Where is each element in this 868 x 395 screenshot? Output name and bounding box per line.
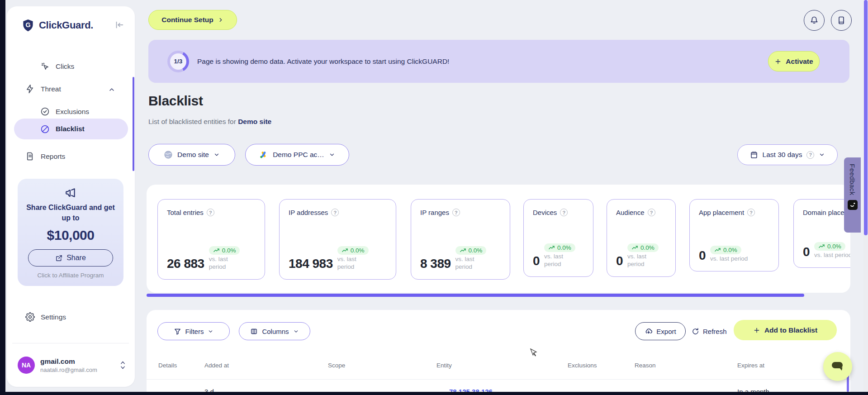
- date-range-value: Last 30 days: [763, 151, 802, 159]
- affiliate-promo-card[interactable]: Share ClickGuard and get up to $10,000 S…: [18, 179, 123, 286]
- stat-value: 0: [533, 254, 540, 268]
- chat-widget-button[interactable]: [823, 352, 852, 381]
- plus-icon: [753, 327, 760, 334]
- trending-up-icon: [631, 244, 638, 251]
- stat-card-ip-addresses: IP addresses? 184 983 0.0% vs. last peri…: [279, 199, 396, 280]
- column-header-entity: Entity: [436, 362, 452, 369]
- refresh-label: Refresh: [703, 328, 727, 335]
- stat-delta: 0.0%: [351, 247, 365, 254]
- add-to-blacklist-button[interactable]: Add to Blacklist: [734, 320, 837, 340]
- cell-expires-at: In a month: [737, 388, 769, 392]
- chevron-up-down-icon: [119, 360, 126, 370]
- account-switcher[interactable]: NA gmail.com naatali.ro@gmail.com: [18, 357, 126, 374]
- site-selector[interactable]: Demo site: [148, 144, 235, 166]
- stat-caption: vs. last period: [710, 255, 748, 263]
- shield-logo-icon: G: [21, 18, 35, 33]
- sidebar-item-exclusions[interactable]: Exclusions: [40, 107, 89, 116]
- plus-icon: [774, 58, 782, 65]
- sidebar-item-threat[interactable]: Threat: [25, 84, 61, 94]
- export-button[interactable]: Export: [635, 322, 686, 340]
- setup-progress-value: 1/3: [170, 53, 186, 70]
- help-icon[interactable]: ?: [331, 209, 339, 216]
- stat-title: IP addresses: [289, 209, 328, 216]
- help-icon[interactable]: ?: [806, 151, 814, 159]
- help-icon[interactable]: ?: [747, 209, 755, 216]
- stat-delta: 0.0%: [827, 243, 841, 250]
- page-scrollbar-thumb[interactable]: [864, 0, 868, 235]
- continue-setup-label: Continue Setup: [161, 16, 213, 24]
- horizontal-scrollbar[interactable]: [147, 294, 804, 297]
- sidebar-scrollbar[interactable]: [133, 77, 134, 171]
- continue-setup-button[interactable]: Continue Setup: [148, 10, 237, 30]
- help-icon[interactable]: ?: [207, 209, 214, 216]
- app-window: G ClickGuard. Clicks Threat Exclu: [5, 0, 863, 392]
- help-icon[interactable]: ?: [452, 209, 460, 216]
- stat-delta: 0.0%: [723, 247, 737, 253]
- demo-data-banner: 1/3 Page is showing demo data. Activate …: [148, 40, 849, 83]
- trending-up-icon: [460, 247, 466, 254]
- brand-logo: G ClickGuard.: [21, 18, 93, 33]
- google-ads-icon: [259, 150, 268, 159]
- column-header-scope: Scope: [328, 362, 345, 369]
- stat-caption: vs. last period: [544, 253, 572, 268]
- share-button[interactable]: Share: [28, 249, 113, 267]
- cell-entity-link[interactable]: 78.125.38.126: [449, 388, 493, 392]
- columns-label: Columns: [262, 328, 289, 335]
- feedback-tab[interactable]: Feedback: [844, 157, 861, 233]
- site-selector-value: Demo site: [177, 151, 209, 159]
- account-email: naatali.ro@gmail.com: [40, 366, 114, 373]
- cell-added-at: 3 d: [204, 388, 214, 392]
- stat-value: 8 389: [420, 257, 451, 271]
- stat-title: App placement: [699, 209, 744, 216]
- sidebar-item-reports[interactable]: Reports: [25, 152, 65, 161]
- help-icon[interactable]: ?: [648, 209, 655, 216]
- columns-button[interactable]: Columns: [239, 322, 310, 340]
- refresh-button[interactable]: Refresh: [692, 322, 727, 340]
- notifications-button[interactable]: [804, 10, 825, 31]
- stat-title: Audience: [616, 209, 645, 216]
- ppc-account-selector[interactable]: Demo PPC ac…: [245, 144, 349, 166]
- stat-caption: vs. last period: [627, 253, 655, 268]
- feedback-logo-icon: [848, 200, 858, 210]
- sidebar-item-label: Settings: [41, 313, 66, 321]
- filters-button[interactable]: Filters: [157, 322, 230, 340]
- setup-progress-ring: 1/3: [167, 51, 189, 72]
- ppc-account-value: Demo PPC ac…: [273, 151, 324, 159]
- help-icon[interactable]: ?: [560, 209, 568, 216]
- filter-funnel-icon: [174, 328, 181, 335]
- trending-up-icon: [714, 247, 721, 253]
- trending-up-icon: [213, 247, 220, 254]
- columns-icon: [250, 328, 258, 335]
- stat-caption: vs. last period: [209, 256, 237, 271]
- column-header-reason: Reason: [635, 362, 656, 369]
- globe-icon: [164, 150, 173, 159]
- date-range-selector[interactable]: Last 30 days ?: [737, 144, 838, 165]
- brand-name: ClickGuard.: [39, 19, 93, 31]
- docs-button[interactable]: [831, 10, 852, 31]
- sidebar-collapse-icon[interactable]: [114, 20, 124, 30]
- sidebar-item-blacklist-active[interactable]: Blacklist: [14, 119, 128, 139]
- column-header-added-at: Added at: [204, 362, 229, 369]
- badge-check-icon: [40, 107, 50, 116]
- stat-card-total-entries: Total entries? 26 883 0.0% vs. last peri…: [157, 199, 265, 280]
- page-scrollbar[interactable]: [863, 0, 868, 392]
- activate-button[interactable]: Activate: [768, 51, 820, 71]
- promo-text: Share ClickGuard and get up to: [25, 202, 116, 223]
- stat-card-devices: Devices? 0 0.0% vs. last period: [523, 199, 593, 277]
- affiliate-link[interactable]: Click to Affiliate Program: [18, 272, 123, 279]
- trending-up-icon: [342, 247, 348, 254]
- stat-delta: 0.0%: [557, 244, 571, 251]
- sidebar-item-label: Blacklist: [56, 125, 85, 133]
- sidebar-item-settings[interactable]: Settings: [25, 312, 66, 322]
- stat-delta: 0.0%: [222, 247, 236, 254]
- cursor-click-icon: [40, 62, 50, 71]
- stat-delta: 0.0%: [469, 247, 483, 254]
- stat-card-app-placement: App placement? 0 0.0% vs. last period: [689, 199, 779, 271]
- stat-title: Domain placement: [803, 209, 850, 216]
- banner-message: Page is showing demo data. Activate your…: [197, 57, 449, 66]
- chevron-up-icon[interactable]: [108, 86, 115, 93]
- svg-text:G: G: [25, 21, 30, 29]
- sidebar-item-clicks[interactable]: Clicks: [40, 62, 74, 71]
- calendar-icon: [750, 151, 758, 159]
- stat-caption: vs. last period: [814, 252, 850, 259]
